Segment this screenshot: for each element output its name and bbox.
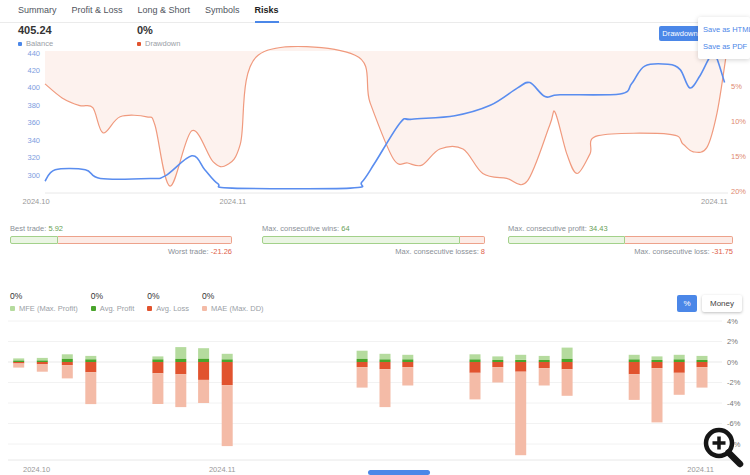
legend-label: Avg. Loss bbox=[156, 304, 189, 313]
mfe-segment bbox=[539, 356, 550, 360]
menu-item-save-html[interactable]: Save as HTML bbox=[698, 21, 750, 38]
trade-bar bbox=[62, 354, 73, 378]
mfe-segment bbox=[515, 355, 526, 360]
avg-profit-segment bbox=[652, 360, 663, 362]
legend-label: MFE (Max. Profit) bbox=[19, 304, 78, 313]
mfe-segment bbox=[222, 354, 233, 360]
stat-label: Max. consecutive losses: bbox=[395, 247, 478, 256]
unit-toggle: % Money bbox=[677, 295, 742, 312]
stat-label: Worst trade: bbox=[168, 247, 209, 256]
left-axis-tick: 440 bbox=[27, 49, 40, 58]
trade-bar bbox=[152, 356, 163, 404]
drawdown-button[interactable]: Drawdown bbox=[659, 26, 701, 41]
mfe-segment bbox=[629, 355, 640, 360]
avg-profit-dot-icon bbox=[91, 306, 96, 311]
stat-value: -31.75 bbox=[712, 247, 733, 256]
mfe-mae-bar-chart: 4%2%0%-2%-4%-6%-8%2024.102024.112024.11 bbox=[0, 315, 750, 475]
stat-label: Max. consecutive loss: bbox=[634, 247, 709, 256]
trade-bar bbox=[562, 348, 573, 396]
stat-bar-green bbox=[10, 236, 58, 244]
tab-risks[interactable]: Risks bbox=[255, 0, 279, 23]
mae-segment bbox=[175, 374, 186, 407]
avg-loss-segment bbox=[674, 362, 685, 373]
avg-loss-segment bbox=[402, 362, 413, 367]
mae-segment bbox=[85, 372, 96, 404]
trade-bar bbox=[515, 355, 526, 455]
tab-long-short[interactable]: Long & Short bbox=[138, 0, 191, 21]
right-axis-tick: 10% bbox=[731, 117, 746, 126]
mae-segment bbox=[402, 367, 413, 385]
stat-bar-red bbox=[625, 236, 733, 244]
stat-bar-red bbox=[460, 236, 485, 244]
stat-label: Max. consecutive profit: bbox=[508, 224, 587, 233]
mae-segment bbox=[515, 372, 526, 456]
mae-segment bbox=[357, 367, 368, 388]
avg-profit-segment bbox=[37, 361, 48, 363]
avg-loss-segment bbox=[198, 362, 209, 380]
menu-item-save-pdf[interactable]: Save as PDF bbox=[698, 38, 750, 55]
mfe-dot-icon bbox=[10, 306, 15, 311]
zoom-lens-icon[interactable] bbox=[698, 424, 748, 475]
trade-bar bbox=[539, 356, 550, 386]
stat-bar bbox=[262, 236, 485, 244]
legend-label: Avg. Profit bbox=[100, 304, 134, 313]
avg-loss-segment bbox=[380, 362, 391, 369]
mae-segment bbox=[222, 385, 233, 446]
avg-profit-segment bbox=[402, 359, 413, 362]
mae-segment bbox=[198, 380, 209, 403]
trade-bar bbox=[492, 356, 503, 382]
avg-loss-segment bbox=[652, 362, 663, 368]
avg-profit-segment bbox=[152, 359, 163, 362]
mfe-segment bbox=[85, 356, 96, 360]
legend-mfe: 0% MFE (Max. Profit) bbox=[10, 291, 78, 313]
mfe-segment bbox=[13, 358, 24, 360]
stat-bar bbox=[10, 236, 232, 244]
avg-loss-segment bbox=[13, 362, 24, 364]
tab-summary[interactable]: Summary bbox=[18, 0, 57, 21]
percent-toggle-button[interactable]: % bbox=[677, 295, 697, 312]
avg-loss-segment bbox=[629, 362, 640, 374]
right-axis-tick: 2% bbox=[727, 337, 738, 346]
money-toggle-button[interactable]: Money bbox=[702, 295, 742, 312]
stat-bar-green bbox=[262, 236, 460, 244]
mfe-segment bbox=[652, 356, 663, 360]
avg-profit-segment bbox=[357, 359, 368, 362]
mfe-chart-legend: 0% MFE (Max. Profit) 0% Avg. Profit 0% A… bbox=[10, 291, 264, 313]
mfe-segment bbox=[674, 355, 685, 360]
tab-symbols[interactable]: Symbols bbox=[205, 0, 240, 21]
mfe-segment bbox=[402, 355, 413, 360]
avg-profit-segment bbox=[562, 359, 573, 362]
avg-loss-segment bbox=[222, 362, 233, 385]
avg-profit-segment bbox=[380, 359, 391, 362]
avg-loss-segment bbox=[175, 362, 186, 374]
save-menu: Save as HTML Save as PDF bbox=[698, 17, 750, 59]
legend-value: 0% bbox=[202, 291, 264, 301]
legend-value: 0% bbox=[147, 291, 189, 301]
trade-bar bbox=[380, 354, 391, 407]
trade-bar bbox=[175, 347, 186, 407]
trade-bar bbox=[470, 354, 481, 399]
trade-bar bbox=[13, 358, 24, 367]
avg-profit-segment bbox=[539, 360, 550, 362]
horizontal-scrollbar-thumb[interactable] bbox=[368, 470, 430, 475]
mfe-segment bbox=[152, 356, 163, 359]
x-axis-tick: 2024.10 bbox=[23, 197, 50, 206]
left-axis-tick: 360 bbox=[27, 118, 40, 127]
stat-value: 5.92 bbox=[48, 224, 63, 233]
avg-loss-segment bbox=[539, 362, 550, 368]
mfe-segment bbox=[37, 358, 48, 361]
tab-profit-loss[interactable]: Profit & Loss bbox=[72, 0, 123, 21]
stat-consecutive-wins-losses: Max. consecutive wins: 64 Max. consecuti… bbox=[262, 224, 485, 256]
drawdown-value: 0% bbox=[137, 24, 256, 36]
stat-value: 64 bbox=[341, 224, 349, 233]
mae-segment bbox=[652, 368, 663, 422]
legend-mae: 0% MAE (Max. DD) bbox=[202, 291, 264, 313]
mfe-segment bbox=[198, 348, 209, 359]
avg-profit-segment bbox=[222, 359, 233, 362]
trade-bar bbox=[674, 355, 685, 395]
trade-bar bbox=[697, 356, 708, 388]
stat-consecutive-profit-loss: Max. consecutive profit: 34.43 Max. cons… bbox=[508, 224, 733, 256]
avg-loss-segment bbox=[697, 362, 708, 367]
left-axis-tick: 300 bbox=[27, 171, 40, 180]
avg-loss-segment bbox=[562, 362, 573, 369]
